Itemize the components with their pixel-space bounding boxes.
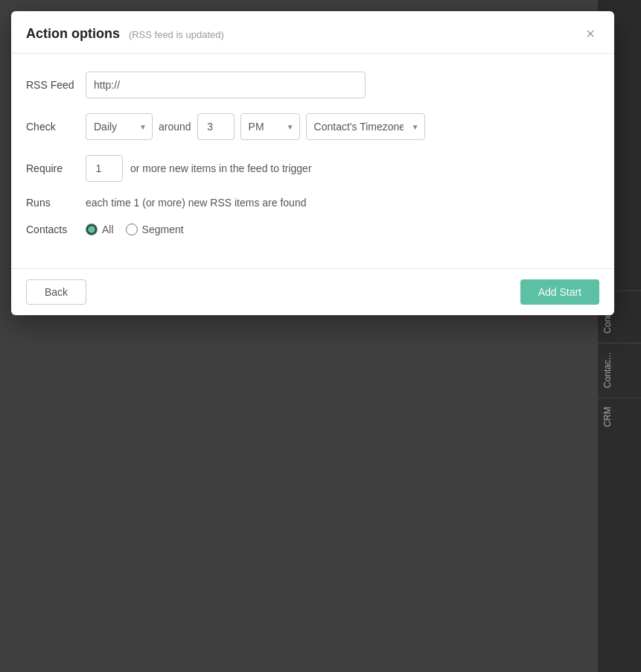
frequency-select-wrap: Daily Weekly Monthly ▼ (86, 113, 153, 140)
contacts-segment-option[interactable]: Segment (126, 224, 184, 235)
period-select-wrap: AM PM ▼ (240, 113, 300, 140)
contacts-all-label: All (102, 224, 114, 235)
close-button[interactable]: × (581, 25, 599, 42)
contacts-radio-group: All Segment (86, 224, 184, 235)
period-select[interactable]: AM PM (240, 113, 300, 140)
timezone-select-wrap: Contact's Timezone UTC EST PST ▼ (306, 113, 425, 140)
timezone-select[interactable]: Contact's Timezone UTC EST PST (306, 113, 425, 140)
time-number-input[interactable] (197, 113, 235, 140)
require-row: Require or more new items in the feed to… (26, 155, 599, 182)
frequency-select[interactable]: Daily Weekly Monthly (86, 113, 153, 140)
check-label: Check (26, 121, 78, 133)
add-start-button[interactable]: Add Start (520, 279, 599, 305)
contacts-label: Contacts (26, 224, 78, 235)
modal-body: RSS Feed Check Daily Weekly Monthly ▼ ar… (11, 54, 614, 268)
action-options-modal: Action options (RSS feed is updated) × R… (11, 11, 614, 315)
modal-title: Action options (26, 26, 120, 41)
require-label: Require (26, 162, 78, 174)
check-row: Check Daily Weekly Monthly ▼ around AM P… (26, 113, 599, 140)
modal-subtitle: (RSS feed is updated) (129, 29, 224, 40)
modal-footer: Back Add Start (11, 268, 614, 315)
modal-title-area: Action options (RSS feed is updated) (26, 26, 224, 42)
runs-description: each time 1 (or more) new RSS items are … (86, 197, 306, 209)
sidebar-item-crm[interactable]: CRM (598, 397, 641, 436)
contacts-all-option[interactable]: All (86, 224, 114, 235)
rss-feed-input[interactable] (86, 72, 366, 98)
require-suffix-text: or more new items in the feed to trigger (130, 162, 312, 174)
check-controls: Daily Weekly Monthly ▼ around AM PM ▼ (86, 113, 425, 140)
contacts-segment-label: Segment (142, 224, 184, 235)
contacts-segment-radio[interactable] (126, 224, 138, 235)
contacts-all-radio[interactable] (86, 224, 98, 235)
runs-row: Runs each time 1 (or more) new RSS items… (26, 197, 599, 209)
contacts-row: Contacts All Segment (26, 224, 599, 235)
sidebar-item-contacts[interactable]: Contac... (598, 343, 641, 397)
modal-header: Action options (RSS feed is updated) × (11, 11, 614, 54)
rss-feed-row: RSS Feed (26, 72, 599, 98)
require-number-input[interactable] (86, 155, 123, 182)
back-button[interactable]: Back (26, 279, 86, 305)
rss-feed-label: RSS Feed (26, 79, 78, 91)
around-text: around (159, 121, 191, 133)
runs-label: Runs (26, 197, 78, 209)
